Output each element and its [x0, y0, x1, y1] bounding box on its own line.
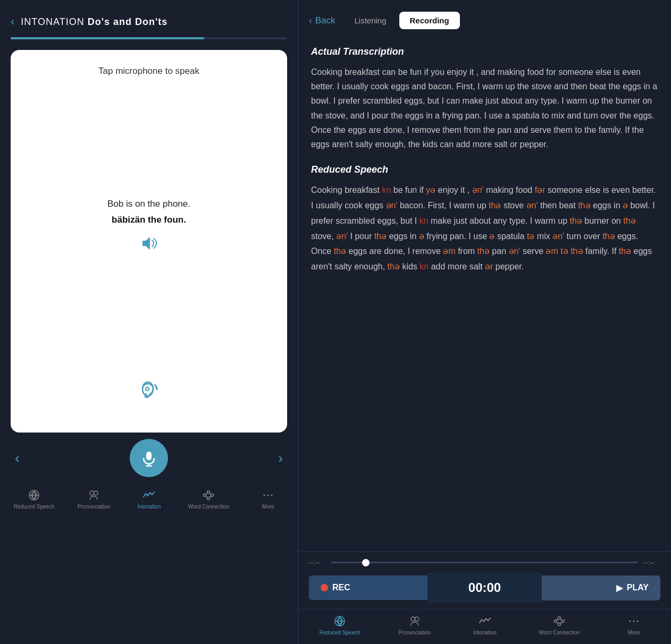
reduced-speech-icon-left: [28, 489, 40, 502]
seek-bar-container: --:-- --:--: [309, 558, 660, 566]
play-label: PLAY: [627, 583, 649, 592]
reduced-speech-segment: ən': [552, 232, 564, 241]
reduced-speech-segment: əm: [443, 247, 455, 256]
time-end: --:--: [643, 558, 660, 566]
reduced-speech-segment: stove: [501, 201, 526, 210]
reduced-speech-title: Reduced Speech: [311, 164, 658, 175]
left-tab-bar: Reduced Speech Pronunciation Intonation: [0, 484, 298, 518]
reduced-speech-segment: yə: [426, 185, 435, 194]
svg-point-25: [558, 617, 561, 620]
svg-line-28: [557, 619, 558, 621]
reduced-speech-segment: add more salt: [429, 262, 485, 271]
right-panel: ‹ Back Listening Recording Actual Transc…: [298, 0, 671, 644]
left-back-button[interactable]: ‹: [11, 15, 14, 29]
svg-line-29: [561, 619, 562, 621]
word-connection-icon-right: [553, 615, 566, 628]
tab-item-intonation-right[interactable]: Intonation: [469, 615, 501, 635]
time-start: --:--: [309, 558, 326, 566]
left-panel: ‹ INTONATION Do's and Don'ts Tap microph…: [0, 0, 298, 644]
mic-button[interactable]: [130, 439, 168, 477]
ear-icon-container: [136, 378, 162, 406]
left-header: ‹ INTONATION Do's and Don'ts: [0, 0, 298, 37]
svg-line-30: [561, 622, 562, 624]
seek-bar[interactable]: [331, 562, 638, 563]
reduced-speech-segment: making food: [484, 185, 535, 194]
reduced-speech-segment: burner on: [582, 216, 623, 225]
reduced-speech-segment: I pour: [348, 232, 374, 241]
listening-tab-button[interactable]: Listening: [343, 12, 397, 29]
reduced-speech-segment: thə: [578, 201, 590, 210]
reduced-speech-text: Cooking breakfast kn be fun if yə enjoy …: [311, 183, 658, 275]
right-tab-buttons: Listening Recording: [343, 12, 459, 29]
reduced-speech-segment: be fun if: [391, 185, 426, 194]
reduced-speech-segment: kn: [420, 216, 429, 225]
reduced-speech-segment: then beat: [538, 201, 578, 210]
svg-point-24: [555, 620, 557, 623]
svg-point-27: [558, 623, 561, 626]
reduced-speech-segment: ə: [419, 232, 424, 241]
reduced-speech-segment: thə: [619, 247, 631, 256]
tab-label-reduced-speech-left: Reduced Speech: [14, 504, 55, 510]
reduced-speech-segment: thə: [388, 262, 400, 271]
tab-item-reduced-speech-left[interactable]: Reduced Speech: [14, 489, 55, 510]
svg-line-31: [557, 622, 558, 624]
svg-line-14: [210, 493, 211, 495]
tab-item-intonation-left[interactable]: Intonation: [133, 489, 165, 510]
right-tab-bar: Reduced Speech Pronunciation Intonation: [298, 609, 671, 644]
recording-tab-button[interactable]: Recording: [399, 12, 460, 29]
tab-label-intonation-left: Intonation: [137, 504, 161, 510]
svg-line-16: [206, 496, 207, 498]
svg-point-26: [562, 620, 565, 623]
prev-button[interactable]: ‹: [11, 446, 24, 471]
svg-line-15: [210, 496, 211, 498]
reduced-speech-segment: kn: [420, 262, 429, 271]
player-controls: REC 00:00 ▶ PLAY: [309, 573, 660, 603]
reduced-speech-segment: pepper.: [493, 262, 524, 271]
reduced-speech-segment: enjoy it ,: [435, 185, 472, 194]
progress-bar-bg: [11, 37, 287, 39]
svg-point-1: [146, 387, 149, 391]
tab-item-word-connection-right[interactable]: Word Connection: [539, 615, 580, 635]
tab-item-pronunciation-right[interactable]: Pronunciation: [398, 615, 431, 635]
reduced-speech-segment: thə: [602, 232, 615, 241]
tab-item-reduced-speech-right[interactable]: Reduced Speech: [320, 615, 360, 635]
svg-point-9: [204, 494, 206, 497]
audio-player: --:-- --:-- REC 00:00 ▶ PLAY: [298, 552, 671, 609]
tab-item-word-connection-left[interactable]: Word Connection: [188, 489, 229, 510]
svg-point-32: [630, 621, 631, 622]
intonation-icon-left: [142, 489, 155, 502]
reduced-speech-segment: thə: [477, 247, 490, 256]
tab-label-pronunciation-left: Pronunciation: [78, 504, 110, 510]
play-button[interactable]: ▶ PLAY: [542, 575, 660, 600]
intonation-icon-right: [479, 615, 491, 628]
reduced-speech-segment: make just about any type. I warm up: [429, 216, 570, 225]
reduced-speech-segment: turn over: [564, 232, 602, 241]
reduced-speech-segment: ən': [472, 185, 484, 194]
reduced-speech-segment: fər: [535, 185, 546, 194]
tab-item-more-left[interactable]: More: [252, 489, 284, 510]
pronunciation-icon-left: [87, 489, 100, 502]
tab-item-more-right[interactable]: More: [618, 615, 650, 635]
speaker-icon[interactable]: [139, 234, 158, 257]
right-back-button[interactable]: ‹ Back: [309, 15, 335, 26]
sentence-phonetic: bäbizän the foun.: [112, 215, 186, 225]
rec-button[interactable]: REC: [309, 575, 427, 600]
reduced-speech-segment: stove,: [311, 232, 336, 241]
rec-dot: [321, 584, 328, 591]
reduced-speech-segment: kids: [400, 262, 420, 271]
reduced-speech-segment: spatula: [494, 232, 526, 241]
play-triangle: ▶: [616, 583, 623, 593]
left-title-bold: Do's and Don'ts: [88, 16, 168, 27]
actual-transcription-title: Actual Transcription: [311, 46, 658, 57]
right-header: ‹ Back Listening Recording: [298, 0, 671, 38]
reduced-speech-segment: bacon. First, I warm up: [397, 201, 489, 210]
reduced-speech-segment: əm: [546, 247, 558, 256]
progress-bar-container: [0, 37, 298, 39]
left-title: INTONATION Do's and Don'ts: [21, 16, 167, 28]
lesson-card: Tap microphone to speak Bob is on the ph…: [11, 50, 287, 433]
bottom-nav: ‹ ›: [0, 433, 298, 484]
next-button[interactable]: ›: [274, 446, 287, 471]
svg-point-17: [264, 495, 265, 496]
tab-item-pronunciation-left[interactable]: Pronunciation: [78, 489, 110, 510]
tab-label-pronunciation-right: Pronunciation: [398, 630, 431, 635]
